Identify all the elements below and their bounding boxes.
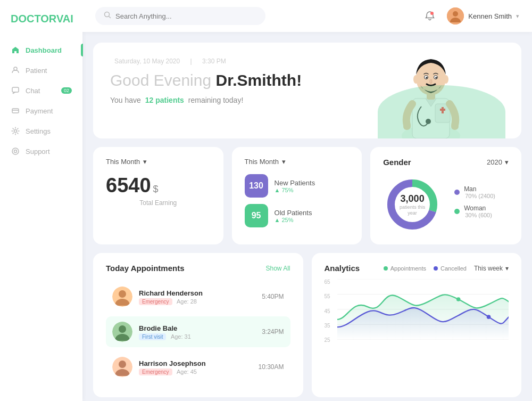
appointments-dot — [384, 266, 388, 271]
legend-woman: Woman 30% (600) — [454, 204, 509, 218]
legend-cancelled: Cancelled — [434, 265, 467, 272]
appt-time-2: 3:24PM — [262, 328, 284, 335]
svg-point-22 — [426, 77, 428, 79]
appt-time-3: 10:30AM — [258, 363, 284, 371]
new-patients-info: New Patients ▲ 75% — [275, 179, 350, 193]
man-dot — [454, 190, 460, 195]
sidebar-item-dashboard[interactable]: Dashboard — [0, 40, 82, 60]
bottom-row: Today Appointments Show All Richard Hend… — [93, 253, 521, 397]
new-patients-item: 130 New Patients ▲ 75% — [245, 174, 350, 198]
year-select[interactable]: 2020 ▾ — [487, 158, 509, 166]
donut-chart: 3,000 patients this year — [383, 175, 442, 234]
sidebar-item-settings[interactable]: Settings — [0, 121, 82, 141]
doctor-illustration — [383, 43, 489, 138]
show-all-button[interactable]: Show All — [265, 265, 290, 272]
sidebar-label-dashboard: Dashboard — [26, 46, 62, 54]
logo: DOCTORVAI — [0, 13, 82, 40]
sidebar-label-chat: Chat — [26, 87, 40, 95]
sidebar: DOCTORVAI Dashboard Patient Chat 02 — [0, 0, 82, 401]
sidebar-label-patient: Patient — [26, 67, 47, 75]
svg-point-5 — [14, 150, 17, 153]
svg-point-24 — [413, 75, 419, 84]
card-icon — [11, 106, 20, 116]
patient-avatar-1 — [112, 287, 132, 307]
patient-stats: 130 New Patients ▲ 75% 95 Old Patient — [245, 174, 350, 227]
old-patients-change: ▲ 25% — [275, 217, 350, 223]
analytics-legend: Appointments Cancelled This week ▾ — [384, 265, 509, 272]
patient-avatar-2 — [112, 322, 132, 342]
earning-label: Total Earning — [106, 199, 211, 207]
header-right: Kennen Smith ▾ — [421, 7, 519, 24]
old-patients-info: Old Patients ▲ 25% — [275, 209, 350, 223]
svg-point-6 — [105, 12, 110, 17]
patient-avatar-3 — [112, 357, 132, 377]
search-input[interactable] — [115, 12, 257, 20]
svg-point-41 — [486, 315, 491, 319]
appt-time-1: 5:40PM — [262, 293, 284, 300]
new-patients-badge: 130 — [245, 174, 268, 198]
patient-info-3: Harrison Josephson Emergency Age: 45 — [139, 359, 252, 375]
earning-card-header: This Month ▾ — [106, 158, 211, 166]
analytics-period-select[interactable]: This week ▾ — [474, 265, 509, 272]
patients-period[interactable]: This Month ▾ — [245, 158, 286, 166]
analytics-header: Analytics Appointments Cancelled This we… — [325, 264, 509, 273]
chevron-down-icon: ▾ — [516, 13, 519, 20]
chat-icon — [11, 86, 20, 95]
search-icon — [104, 11, 111, 21]
new-patients-change: ▲ 75% — [275, 187, 350, 193]
svg-point-34 — [119, 361, 126, 368]
cancelled-dot — [434, 266, 438, 271]
svg-rect-1 — [12, 87, 19, 92]
chevron-down-icon: ▾ — [505, 265, 509, 272]
appointments-card: Today Appointments Show All Richard Hend… — [93, 253, 303, 397]
logo-part2: VAI — [56, 13, 73, 24]
old-patients-badge: 95 — [245, 204, 268, 227]
search-bar[interactable] — [95, 7, 265, 25]
svg-point-4 — [12, 148, 19, 154]
gender-card-header: Gender 2020 ▾ — [383, 158, 509, 167]
sidebar-item-support[interactable]: Support — [0, 141, 82, 161]
appointment-item[interactable]: Richard Henderson Emergency Age: 28 5:40… — [106, 281, 290, 312]
svg-point-32 — [119, 325, 126, 333]
patient-info-1: Richard Henderson Emergency Age: 28 — [139, 289, 255, 305]
person-icon — [11, 66, 20, 75]
chart-y-labels: 65 55 45 35 25 — [325, 279, 330, 343]
svg-point-30 — [119, 290, 126, 298]
gear-icon — [11, 126, 20, 136]
gender-content: 3,000 patients this year Man 70% (2400) — [383, 175, 509, 234]
legend-appointments: Appointments — [384, 265, 426, 272]
appointment-item-highlighted[interactable]: Brodie Bale First visit Age: 31 3:24PM — [106, 316, 290, 347]
notification-bell[interactable] — [421, 7, 438, 24]
earning-period[interactable]: This Month ▾ — [106, 158, 147, 166]
chevron-down-icon: ▾ — [282, 158, 286, 166]
appointments-header: Today Appointments Show All — [106, 264, 290, 273]
header: Kennen Smith ▾ — [82, 0, 532, 32]
svg-point-40 — [456, 297, 460, 301]
sidebar-label-settings: Settings — [26, 127, 51, 135]
sidebar-item-patient[interactable]: Patient — [0, 60, 82, 80]
legend-man: Man 70% (2400) — [454, 185, 509, 199]
main-area: Kennen Smith ▾ Saturday, 10 May 2020 | 3… — [82, 0, 532, 401]
svg-point-23 — [435, 77, 437, 79]
chat-badge: 02 — [61, 87, 72, 94]
sidebar-item-payment[interactable]: Payment — [0, 101, 82, 121]
sidebar-item-chat[interactable]: Chat 02 — [0, 80, 82, 101]
stats-row: This Month ▾ 6540 $ Total Earning This M — [93, 147, 521, 244]
support-icon — [11, 146, 20, 156]
patient-info-2: Brodie Bale First visit Age: 31 — [139, 324, 255, 340]
gender-card: Gender 2020 ▾ — [370, 147, 521, 244]
gender-legend: Man 70% (2400) Woman 30% ( — [454, 185, 509, 224]
svg-point-25 — [443, 75, 448, 84]
svg-rect-2 — [12, 109, 19, 113]
sidebar-label-support: Support — [26, 148, 50, 156]
chevron-down-icon: ▾ — [505, 158, 509, 166]
patients-card: This Month ▾ 130 New Patients ▲ 75% — [232, 147, 362, 244]
user-profile[interactable]: Kennen Smith ▾ — [447, 7, 519, 24]
appointment-item-3[interactable]: Harrison Josephson Emergency Age: 45 10:… — [106, 351, 290, 382]
chart-area: 65 55 45 35 25 — [325, 279, 509, 343]
old-patients-item: 95 Old Patients ▲ 25% — [245, 204, 350, 227]
logo-part1: DOCTOR — [11, 13, 56, 24]
home-icon — [11, 45, 20, 55]
user-name: Kennen Smith — [468, 12, 512, 20]
chevron-down-icon: ▾ — [143, 158, 147, 166]
